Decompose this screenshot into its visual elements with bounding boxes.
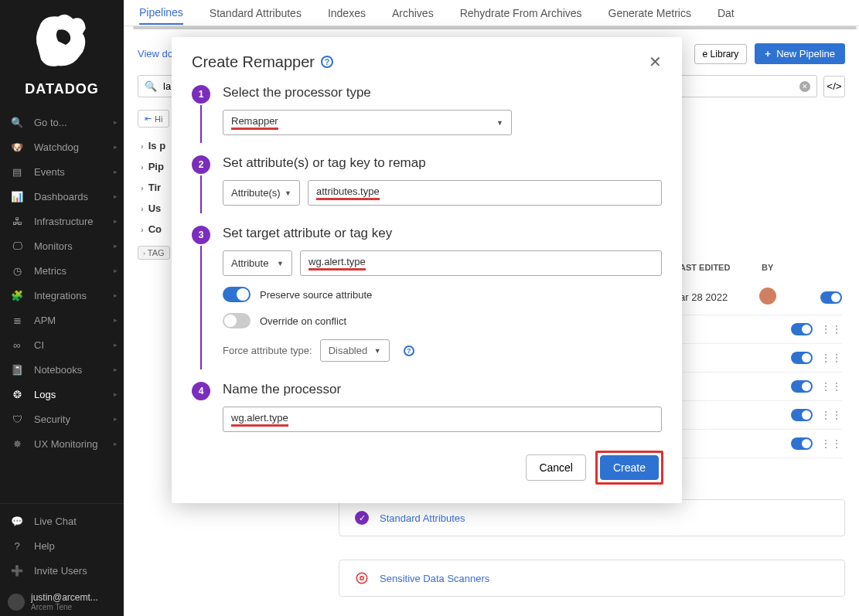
drag-handle-icon[interactable]: ⋮⋮ <box>820 380 842 393</box>
close-icon[interactable]: ✕ <box>649 53 662 71</box>
target-kind-select[interactable]: Attribute ▼ <box>223 250 292 276</box>
preserve-source-toggle[interactable] <box>223 287 251 302</box>
avatar <box>8 594 25 611</box>
chevron-right-icon: ▸ <box>114 390 118 398</box>
nav-item-invite-users[interactable]: ➕Invite Users <box>0 558 124 583</box>
source-kind-select[interactable]: Attribute(s) ▼ <box>223 180 300 206</box>
nav-item-go-to-[interactable]: 🔍Go to...▸ <box>0 110 124 134</box>
tab-rehydrate-from-archives[interactable]: Rehydrate From Archives <box>460 2 582 24</box>
logs-icon: ❂ <box>11 388 23 400</box>
browse-library-button[interactable]: e Library <box>694 44 748 64</box>
tab-pipelines[interactable]: Pipelines <box>139 2 183 25</box>
pipeline-row[interactable]: ⋮⋮ <box>680 344 842 373</box>
chevron-right-icon: ▸ <box>114 415 118 423</box>
chevron-right-icon: ▸ <box>114 366 118 373</box>
tab-dat[interactable]: Dat <box>718 2 735 24</box>
chevron-right-icon: ▸ <box>114 143 118 151</box>
tab-standard-attributes[interactable]: Standard Attributes <box>210 2 302 24</box>
check-circle-icon: ✓ <box>355 511 369 525</box>
pipeline-row[interactable]: ar 28 2022 <box>680 280 842 315</box>
view-docs-link[interactable]: View do <box>138 48 173 60</box>
enable-toggle[interactable] <box>791 409 813 421</box>
processor-name-input[interactable]: wg.alert.type <box>223 407 662 432</box>
nav-item-infrastructure[interactable]: 🖧Infrastructure▸ <box>0 209 124 233</box>
pipeline-row[interactable]: ⋮⋮ <box>680 430 842 458</box>
code-view-button[interactable]: </> <box>823 76 845 97</box>
force-type-select[interactable]: Disabled ▼ <box>320 339 390 362</box>
brand-text: DATADOG <box>0 81 124 97</box>
hide-label: Hi <box>155 114 162 124</box>
nav-item-ux-monitoring[interactable]: ✵UX Monitoring▸ <box>0 431 124 456</box>
apm-icon: ≣ <box>11 314 23 326</box>
collapse-icon: ⇤ <box>145 114 152 124</box>
step-2-title: Set attribute(s) or tag key to remap <box>223 155 662 171</box>
nav-item-apm[interactable]: ≣APM▸ <box>0 308 124 332</box>
chevron-right-icon: ▸ <box>114 316 118 324</box>
scanner-icon <box>355 571 369 585</box>
ux-icon: ✵ <box>11 437 23 450</box>
avatar <box>759 288 776 305</box>
filter-chip[interactable]: › TAG <box>138 246 170 260</box>
nav-item-notebooks[interactable]: 📓Notebooks▸ <box>0 357 124 382</box>
sensitive-scanners-link[interactable]: Sensitive Data Scanners <box>380 573 489 584</box>
step-2-badge: 2 <box>192 155 210 174</box>
nav-item-logs[interactable]: ❂Logs▸ <box>0 382 124 407</box>
chevron-right-icon: ▸ <box>114 242 118 250</box>
processor-type-value: Remapper <box>231 115 278 130</box>
tab-generate-metrics[interactable]: Generate Metrics <box>608 2 691 24</box>
tab-archives[interactable]: Archives <box>392 2 434 24</box>
create-button[interactable]: Create <box>600 455 659 480</box>
chevron-right-icon: › <box>141 183 144 192</box>
nav-item-ci[interactable]: ∞CI▸ <box>0 332 124 357</box>
nav-item-events[interactable]: ▤Events▸ <box>0 159 124 184</box>
help-icon[interactable]: ? <box>404 345 414 356</box>
enable-toggle[interactable] <box>791 323 813 335</box>
nav-item-integrations[interactable]: 🧩Integrations▸ <box>0 283 124 308</box>
nav-item-live-chat[interactable]: 💬Live Chat <box>0 509 124 533</box>
new-pipeline-button[interactable]: + New Pipeline <box>755 43 845 64</box>
chevron-right-icon: ▸ <box>114 217 118 225</box>
modal-title: Create Remapper <box>192 53 315 71</box>
chevron-right-icon: ▸ <box>114 440 118 448</box>
step-4-badge: 4 <box>192 382 210 400</box>
pipeline-row[interactable]: ⋮⋮ <box>680 373 842 401</box>
nav-item-help[interactable]: ?Help <box>0 533 124 558</box>
pipeline-row[interactable]: ⋮⋮ <box>680 315 842 344</box>
nav-item-monitors[interactable]: 🖵Monitors▸ <box>0 233 124 258</box>
chevron-down-icon: ▼ <box>496 119 503 127</box>
tab-indexes[interactable]: Indexes <box>328 2 366 24</box>
chevron-right-icon: › <box>141 162 144 172</box>
nav-item-security[interactable]: 🛡Security▸ <box>0 407 124 431</box>
drag-handle-icon[interactable]: ⋮⋮ <box>820 409 842 421</box>
standard-attributes-card[interactable]: ✓ Standard Attributes <box>339 499 845 536</box>
enable-toggle[interactable] <box>791 437 813 450</box>
nav-item-watchdog[interactable]: 🐶Watchdog▸ <box>0 134 124 159</box>
nav-bottom: 💬Live Chat?Help➕Invite Users <box>0 503 124 587</box>
enable-toggle[interactable] <box>791 380 813 393</box>
target-attribute-input[interactable]: wg.alert.type <box>300 250 662 276</box>
source-attribute-input[interactable]: attributes.type <box>308 180 662 206</box>
nav-item-dashboards[interactable]: 📊Dashboards▸ <box>0 184 124 209</box>
sensitive-scanners-card[interactable]: Sensitive Data Scanners <box>339 560 845 597</box>
chart-icon: 📊 <box>11 190 23 202</box>
cancel-button[interactable]: Cancel <box>526 454 586 481</box>
pipeline-row[interactable]: ⋮⋮ <box>680 401 842 430</box>
chevron-down-icon: ▼ <box>374 347 381 355</box>
nav-item-metrics[interactable]: ◷Metrics▸ <box>0 258 124 283</box>
hide-panel-button[interactable]: ⇤ Hi <box>138 110 169 128</box>
logo[interactable]: DATADOG <box>0 0 124 102</box>
enable-toggle[interactable] <box>820 291 842 304</box>
drag-handle-icon[interactable]: ⋮⋮ <box>820 352 842 364</box>
standard-attributes-link[interactable]: Standard Attributes <box>380 512 465 524</box>
drag-handle-icon[interactable]: ⋮⋮ <box>820 323 842 335</box>
enable-toggle[interactable] <box>791 352 813 364</box>
override-conflict-toggle[interactable] <box>223 313 251 328</box>
clear-search-icon[interactable]: ✕ <box>799 81 810 92</box>
drag-handle-icon[interactable]: ⋮⋮ <box>820 437 842 450</box>
chevron-right-icon: › <box>141 204 144 213</box>
processor-type-select[interactable]: Remapper ▼ <box>223 110 512 135</box>
shield-icon: 🛡 <box>11 413 23 425</box>
help-icon[interactable]: ? <box>321 56 333 68</box>
user-row[interactable]: justin@arcemt... Arcem Tene <box>0 587 124 616</box>
chevron-right-icon: › <box>141 225 144 234</box>
